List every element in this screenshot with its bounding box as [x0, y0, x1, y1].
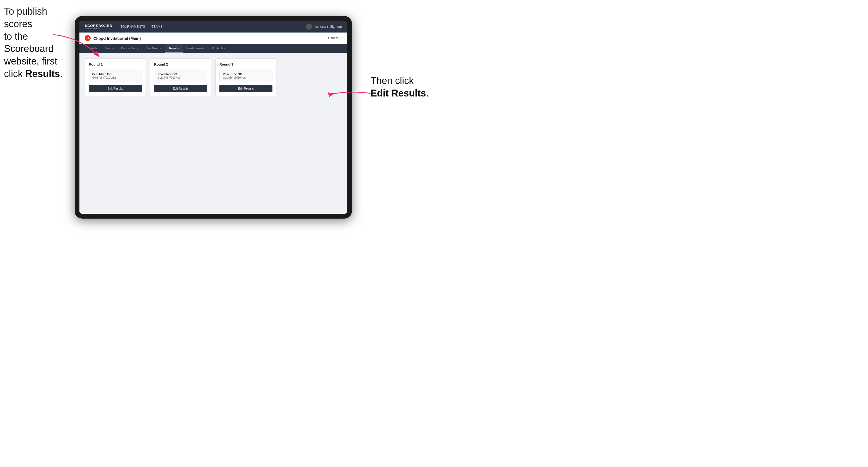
nav-tournaments[interactable]: TOURNAMENTS — [121, 24, 145, 30]
round-1-course-name: Peachtree GC — [92, 72, 138, 76]
tournament-title-row: C Clippd Invitational (Main) — [85, 35, 141, 41]
round-3-course-card: Peachtree GC Gold (M) (7010 yds) — [219, 69, 273, 82]
rounds-grid: Round 1 Peachtree GC Gold (M) (7010 yds)… — [85, 58, 342, 96]
round-1-card: Round 1 Peachtree GC Gold (M) (7010 yds)… — [85, 58, 146, 96]
tablet-device: SCOREBOARD Powered by clippd TOURNAMENTS… — [75, 16, 352, 219]
edit-results-button-2[interactable]: Edit Results — [154, 85, 207, 92]
tournament-header: C Clippd Invitational (Main) Cancel ✕ — [80, 33, 347, 44]
main-content: Round 1 Peachtree GC Gold (M) (7010 yds)… — [80, 53, 347, 214]
nav-teams[interactable]: TEAMS — [151, 24, 162, 30]
logo-title: SCOREBOARD — [85, 24, 113, 28]
tab-printables[interactable]: Printables — [208, 44, 229, 53]
nav-bar: SCOREBOARD Powered by clippd TOURNAMENTS… — [80, 21, 347, 33]
round-2-course-name: Peachtree GC — [158, 72, 204, 76]
round-3-course-detail: Gold (M) (7010 yds) — [223, 76, 269, 79]
round-2-card: Round 2 Peachtree GC Gold (M) (7010 yds)… — [150, 58, 211, 96]
sign-out-link[interactable]: Sign out — [330, 24, 342, 30]
tab-tee-groups[interactable]: Tee Groups — [143, 44, 165, 53]
round-2-course-detail: Gold (M) (7010 yds) — [158, 76, 204, 79]
instruction-left: To publish scores to the Scoreboard webs… — [4, 5, 68, 80]
tab-teams[interactable]: Teams — [101, 44, 117, 53]
round-4-card-empty — [281, 58, 342, 96]
round-3-card: Round 3 Peachtree GC Gold (M) (7010 yds)… — [215, 58, 276, 96]
tournament-icon: C — [85, 35, 91, 41]
edit-results-button-1[interactable]: Edit Results — [89, 85, 142, 92]
tab-results[interactable]: Results — [165, 44, 183, 53]
logo-area: SCOREBOARD Powered by clippd — [85, 24, 113, 30]
instruction-right: Then click Edit Results. — [371, 75, 429, 100]
cancel-button[interactable]: Cancel ✕ — [328, 36, 342, 40]
round-2-title: Round 2 — [154, 62, 207, 66]
tab-details[interactable]: Details — [85, 44, 101, 53]
nav-right: T Test User | Sign out — [306, 24, 342, 30]
edit-results-button-3[interactable]: Edit Results — [219, 85, 273, 92]
logo-subtitle: Powered by clippd — [85, 28, 113, 30]
round-3-title: Round 3 — [219, 62, 273, 66]
tab-leaderboards[interactable]: Leaderboards — [183, 44, 208, 53]
round-1-course-card: Peachtree GC Gold (M) (7010 yds) — [89, 69, 142, 82]
round-1-course-detail: Gold (M) (7010 yds) — [92, 76, 138, 79]
nav-links: TOURNAMENTS TEAMS — [121, 24, 306, 30]
nav-user-text: Test User | — [314, 25, 328, 28]
tab-course-setup[interactable]: Course Setup — [117, 44, 143, 53]
tab-bar: Details Teams Course Setup Tee Groups Re… — [80, 44, 347, 53]
round-3-course-name: Peachtree GC — [223, 72, 269, 76]
round-1-title: Round 1 — [89, 62, 142, 66]
tablet-screen: SCOREBOARD Powered by clippd TOURNAMENTS… — [80, 21, 347, 214]
tournament-name: Clippd Invitational (Main) — [93, 36, 141, 40]
user-avatar: T — [306, 24, 312, 30]
round-2-course-card: Peachtree GC Gold (M) (7010 yds) — [154, 69, 207, 82]
